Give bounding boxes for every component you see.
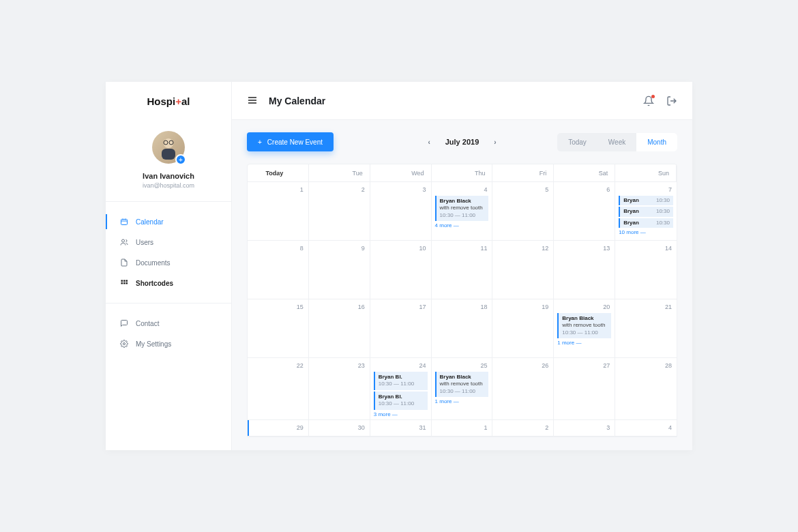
day-cell[interactable]: 12 — [492, 241, 554, 299]
day-cell[interactable]: 1 — [432, 420, 493, 437]
day-cell[interactable]: 21 — [615, 299, 677, 358]
svg-rect-10 — [123, 282, 125, 284]
sidebar-item-documents[interactable]: Documents — [106, 252, 231, 273]
sidebar-item-calendar[interactable]: Calendar — [106, 211, 231, 232]
create-event-button[interactable]: + Create New Event — [247, 132, 334, 151]
day-cell[interactable]: 20 Bryan Blackwith remove tooth10:30 — 1… — [554, 299, 615, 358]
event[interactable]: Bryan Bl.10:30 — 11:00 — [374, 391, 428, 410]
svg-rect-7 — [123, 280, 125, 282]
day-cell[interactable]: 28 — [615, 358, 677, 420]
period-nav: ‹ July 2019 › — [428, 138, 496, 146]
svg-rect-4 — [121, 220, 128, 225]
plus-icon: + — [175, 95, 181, 107]
day-cell[interactable]: 22 — [248, 358, 309, 420]
day-cell[interactable]: 9 — [309, 241, 370, 299]
day-cell[interactable]: 30 — [309, 420, 370, 437]
tab-today[interactable]: Today — [557, 133, 597, 151]
logo: Hospi+al — [106, 82, 231, 120]
day-cell[interactable]: 18 — [432, 299, 493, 358]
event[interactable]: Bryan10:30 — [619, 196, 673, 205]
day-cell[interactable]: 3 — [554, 420, 615, 437]
event[interactable]: Bryan Blackwith remove tooth10:30 — 11:0… — [435, 372, 489, 397]
event[interactable]: Bryan10:30 — [619, 218, 673, 228]
plus-icon: + — [258, 138, 262, 146]
day-cell[interactable]: 5 — [492, 182, 554, 241]
day-cell[interactable]: 25 Bryan Blackwith remove tooth10:30 — 1… — [432, 358, 493, 420]
event[interactable]: Bryan Bl.10:30 — 11:00 — [374, 372, 428, 390]
svg-rect-1 — [162, 149, 175, 160]
avatar[interactable]: + — [152, 131, 185, 164]
controls: + Create New Event ‹ July 2019 › Today W… — [247, 132, 677, 151]
day-cell[interactable]: 26 — [492, 358, 554, 420]
day-cell[interactable]: 2 — [492, 420, 554, 437]
more-link[interactable]: 1 more — — [557, 340, 611, 346]
calendar-head: Today Tue Wed Thu Fri Sat Sun — [248, 164, 677, 182]
col-sat: Sat — [554, 164, 615, 182]
bell-icon[interactable] — [643, 95, 654, 106]
tab-month[interactable]: Month — [636, 133, 677, 151]
view-tabs: Today Week Month — [557, 133, 677, 151]
day-cell[interactable]: 4 — [615, 420, 677, 437]
day-cell[interactable]: 14 — [615, 241, 677, 299]
day-cell[interactable]: 29 — [248, 420, 309, 437]
button-label: Create New Event — [267, 138, 323, 146]
col-thu: Thu — [432, 164, 493, 182]
day-cell[interactable]: 8 — [248, 241, 309, 299]
sidebar-item-settings[interactable]: My Settings — [106, 334, 231, 354]
day-cell[interactable]: 7 Bryan10:30 Bryan10:30 Bryan10:30 10 mo… — [615, 182, 677, 241]
nav: Calendar Users Documents Shortcodes — [106, 202, 231, 373]
more-link[interactable]: 4 more — — [435, 222, 489, 228]
chevron-left-icon[interactable]: ‹ — [428, 138, 430, 146]
more-link[interactable]: 10 more — — [619, 229, 673, 235]
col-tue: Tue — [309, 164, 370, 182]
chevron-right-icon[interactable]: › — [494, 138, 496, 146]
sidebar-item-shortcodes[interactable]: Shortcodes — [106, 273, 231, 293]
more-link[interactable]: 1 more — — [435, 398, 489, 404]
period-label: July 2019 — [445, 138, 479, 146]
calendar-body: 1 2 3 4 Bryan Blackwith remove tooth10:3… — [248, 182, 677, 437]
day-cell[interactable]: 17 — [370, 299, 432, 358]
day-cell[interactable]: 1 — [248, 182, 309, 241]
day-cell[interactable]: 31 — [370, 420, 432, 437]
day-cell[interactable]: 23 — [309, 358, 370, 420]
day-cell[interactable]: 11 — [432, 241, 493, 299]
logout-icon[interactable] — [666, 95, 677, 106]
more-link[interactable]: 3 more — — [374, 411, 428, 417]
sidebar-item-contact[interactable]: Contact — [106, 313, 231, 334]
add-icon[interactable]: + — [175, 154, 186, 165]
event[interactable]: Bryan Blackwith remove tooth10:30 — 11:0… — [435, 196, 489, 221]
sidebar-item-label: Users — [136, 239, 153, 246]
sidebar-item-users[interactable]: Users — [106, 232, 231, 252]
day-cell[interactable]: 2 — [309, 182, 370, 241]
day-cell[interactable]: 16 — [309, 299, 370, 358]
topbar: My Calendar — [232, 82, 692, 120]
day-cell[interactable]: 19 — [492, 299, 554, 358]
brand-text: Hospi — [147, 95, 176, 107]
day-cell[interactable]: 10 — [370, 241, 432, 299]
svg-point-12 — [123, 343, 125, 345]
event[interactable]: Bryan Blackwith remove tooth10:30 — 11:0… — [557, 313, 611, 338]
col-today: Today — [248, 164, 309, 182]
menu-icon[interactable] — [247, 95, 259, 107]
svg-point-5 — [122, 239, 125, 242]
svg-rect-9 — [121, 282, 123, 284]
profile: + Ivan Ivanovich ivan@hospital.com — [106, 120, 231, 202]
day-cell[interactable]: 27 — [554, 358, 615, 420]
day-cell[interactable]: 13 — [554, 241, 615, 299]
day-cell[interactable]: 3 — [370, 182, 432, 241]
chat-icon — [119, 319, 129, 328]
svg-rect-6 — [121, 280, 123, 282]
day-cell[interactable]: 4 Bryan Blackwith remove tooth10:30 — 11… — [432, 182, 493, 241]
day-cell[interactable]: 15 — [248, 299, 309, 358]
sidebar-item-label: Contact — [136, 320, 159, 327]
gear-icon — [119, 339, 129, 349]
svg-point-0 — [164, 138, 173, 148]
tab-week[interactable]: Week — [597, 133, 636, 151]
day-cell[interactable]: 24 Bryan Bl.10:30 — 11:00 Bryan Bl.10:30… — [370, 358, 432, 420]
sidebar-item-label: My Settings — [136, 340, 171, 348]
day-cell[interactable]: 6 — [554, 182, 615, 241]
event[interactable]: Bryan10:30 — [619, 207, 673, 216]
svg-rect-8 — [126, 280, 128, 282]
content: + Create New Event ‹ July 2019 › Today W… — [232, 120, 692, 450]
main: My Calendar + Create New Event ‹ July 20… — [232, 82, 692, 450]
